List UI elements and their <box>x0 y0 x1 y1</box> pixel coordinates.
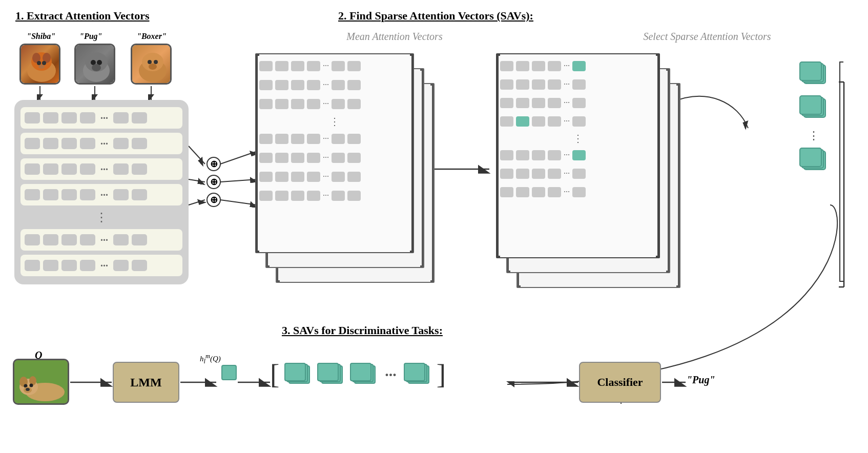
cell <box>113 112 129 123</box>
dots: ··· <box>100 260 108 272</box>
svg-point-36 <box>154 60 158 64</box>
select-sparse-label: Select Sparse Attention Vectors <box>610 31 804 43</box>
dog-pug-inner <box>76 45 114 83</box>
plus-circle-2: ⊕ <box>206 175 221 189</box>
cell <box>80 112 95 123</box>
cell <box>43 189 58 200</box>
svg-point-44 <box>30 384 33 387</box>
svg-line-9 <box>220 179 257 182</box>
cell <box>80 163 95 175</box>
section3-title: 3. SAVs for Discriminative Tasks: <box>282 324 443 337</box>
classifier-box: Classifier <box>579 362 661 403</box>
sav-column: ⋮ <box>799 61 828 176</box>
svg-point-37 <box>149 64 157 70</box>
matrix-row-6: ··· <box>20 255 182 276</box>
cell <box>132 234 147 245</box>
cell <box>43 260 58 271</box>
h-label: hlm(Q) <box>200 353 221 365</box>
cell <box>132 260 147 271</box>
dots: ··· <box>100 138 108 150</box>
cell <box>132 163 147 175</box>
dog-label-pug: "Pug" <box>79 32 102 41</box>
svg-point-27 <box>38 65 45 69</box>
matrix-row-4: ··· <box>20 184 182 205</box>
cell <box>25 138 40 149</box>
mean-matrix-layer-1: ··· ··· ··· ⋮ ··· ··· ··· ··· <box>255 53 414 253</box>
classifier-label: Classifier <box>597 376 643 389</box>
cell <box>80 189 95 200</box>
dots: ··· <box>100 234 108 246</box>
cell <box>80 234 95 245</box>
cell <box>25 260 40 271</box>
cell <box>25 163 40 175</box>
sparse-matrix-layer-1: ··· ··· ··· ··· ⋮ ··· ··· ··· <box>496 53 660 258</box>
matrix-row-5: ··· <box>20 229 182 251</box>
svg-point-25 <box>37 61 41 65</box>
cell <box>43 163 58 175</box>
svg-point-32 <box>92 64 101 71</box>
sav-bracket <box>839 61 843 282</box>
cell <box>61 163 77 175</box>
svg-line-8 <box>220 151 257 164</box>
matrix-row-2: ··· <box>20 133 182 154</box>
dots: ··· <box>100 189 108 201</box>
pug-result: "Pug" <box>687 374 715 386</box>
svg-line-6 <box>189 179 205 182</box>
dog-image-pug <box>74 44 115 85</box>
cell <box>25 112 40 123</box>
dog-image-shiba <box>19 44 60 85</box>
cell <box>61 138 77 149</box>
cell <box>132 189 147 200</box>
cell <box>113 234 129 245</box>
cell <box>25 189 40 200</box>
bracket-close: ] <box>437 362 446 387</box>
cell <box>80 138 95 149</box>
bottom-sav-group: [ ··· ] <box>270 362 446 387</box>
query-image <box>13 359 69 405</box>
cell <box>80 260 95 271</box>
vertical-dots: ⋮ <box>20 210 182 225</box>
svg-line-7 <box>189 200 205 205</box>
matrix-row-1: ··· <box>20 107 182 129</box>
svg-point-35 <box>148 60 152 64</box>
cell <box>132 138 147 149</box>
cell <box>113 260 129 271</box>
attention-matrix-1: ··· ··· ··· <box>14 100 189 284</box>
cell <box>25 234 40 245</box>
svg-point-46 <box>26 388 30 391</box>
cell <box>132 112 147 123</box>
cell <box>113 189 129 200</box>
lmm-label: LMM <box>130 376 161 389</box>
plus-circle-1: ⊕ <box>206 157 221 171</box>
lmm-box: LMM <box>113 362 179 403</box>
dog-shiba-inner <box>21 45 59 83</box>
cell <box>43 112 58 123</box>
svg-line-10 <box>220 200 257 205</box>
svg-point-26 <box>42 61 46 65</box>
dog-boxer-inner <box>132 45 170 83</box>
cell <box>43 138 58 149</box>
cell <box>61 112 77 123</box>
cell <box>61 234 77 245</box>
cell <box>113 138 129 149</box>
h-small-box <box>221 365 237 380</box>
cell <box>43 234 58 245</box>
section2-title: 2. Find Sparse Attention Vectors (SAVs): <box>338 9 533 23</box>
bracket-open: [ <box>270 362 279 387</box>
dog-label-shiba: "Shiba" <box>27 32 55 41</box>
bottom-dots: ··· <box>385 366 397 383</box>
svg-line-5 <box>189 146 205 164</box>
plus-circle-3: ⊕ <box>206 193 221 207</box>
section1-title: 1. Extract Attention Vectors <box>15 9 150 23</box>
diagram-container: 1. Extract Attention Vectors "Shiba" "Pu… <box>0 0 868 453</box>
cell <box>113 163 129 175</box>
dots: ··· <box>100 112 108 124</box>
dots: ··· <box>100 163 108 175</box>
mean-attn-label: Mean Attention Vectors <box>318 31 471 43</box>
dog-image-boxer <box>131 44 172 85</box>
dog-label-boxer: "Boxer" <box>137 32 167 41</box>
cell <box>61 260 77 271</box>
matrix-row-3: ··· <box>20 158 182 180</box>
cell <box>61 189 77 200</box>
